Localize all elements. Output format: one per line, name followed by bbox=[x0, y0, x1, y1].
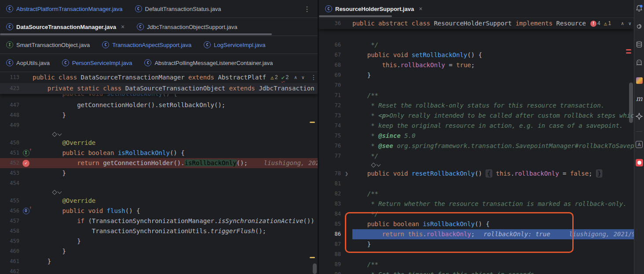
class-file-icon: C bbox=[135, 5, 142, 12]
gutter bbox=[341, 209, 352, 219]
code-line-457: 457 if (TransactionSynchronizationManage… bbox=[0, 216, 318, 226]
tab-row-3: ISmartTransactionObject.javaCTransaction… bbox=[0, 36, 318, 54]
line-number: 86 bbox=[319, 229, 341, 239]
class-file-icon: C bbox=[144, 59, 151, 66]
code-text: * <p>Only really intended to be called a… bbox=[352, 111, 634, 121]
close-tab-icon[interactable]: × bbox=[121, 23, 124, 30]
code-text: } bbox=[352, 70, 371, 80]
ghost-plugin-icon[interactable] bbox=[634, 58, 644, 66]
tab-aoputils-java[interactable]: CAopUtils.java bbox=[0, 54, 56, 72]
code-line-72: 72 * Reset the rollback-only status for … bbox=[319, 101, 634, 111]
gutter bbox=[19, 236, 33, 246]
class-file-icon: C bbox=[204, 41, 211, 48]
prev-occurrence-icon[interactable]: ∧ bbox=[294, 72, 297, 83]
maven-m-icon[interactable]: m bbox=[634, 94, 644, 102]
vertical-scrollbar[interactable] bbox=[629, 83, 633, 123]
code-line-455: 455 @Override bbox=[0, 196, 318, 206]
tab-row-2: CDataSourceTransactionManager.java×CJdbc… bbox=[0, 18, 318, 36]
code-line-423: 423 private static class DataSourceTrans… bbox=[0, 83, 318, 94]
code-line-456: 456O↑ public void flush() { bbox=[0, 206, 318, 216]
prev-occurrence-icon[interactable]: ∧ bbox=[621, 18, 624, 29]
gutter bbox=[341, 50, 352, 60]
code-text: * keep the original resource in action, … bbox=[352, 121, 623, 131]
code-line-85: 85 public boolean isRollbackOnly() { bbox=[319, 219, 634, 229]
code-line-448: 448 } bbox=[0, 110, 318, 120]
code-line-454: 454 bbox=[0, 178, 318, 188]
warning-badge[interactable]: ⚠2 bbox=[271, 72, 278, 83]
code-text: } bbox=[33, 256, 51, 267]
warning-badge[interactable]: ⚠1 bbox=[604, 18, 611, 29]
tab-datasourcetransactionmanager-java[interactable]: CDataSourceTransactionManager.java× bbox=[0, 18, 131, 36]
line-number: 72 bbox=[319, 101, 341, 111]
code-line-84: 84 */ bbox=[319, 209, 634, 219]
gutter bbox=[19, 83, 33, 94]
line-number: 453 bbox=[0, 168, 19, 178]
class-file-icon: C bbox=[6, 23, 13, 30]
gutter bbox=[341, 199, 352, 209]
line-number: 458 bbox=[0, 226, 19, 236]
error-badge[interactable]: !4 bbox=[590, 18, 600, 29]
implements-method-icon[interactable]: I bbox=[23, 150, 29, 156]
gutter bbox=[19, 168, 33, 178]
tab-overflow-menu-icon[interactable]: ⋮ bbox=[304, 5, 318, 13]
vertical-scrollbar[interactable] bbox=[313, 263, 317, 274]
code-text: getConnectionHolder().setRollbackOnly(); bbox=[33, 100, 225, 110]
line-number: 447 bbox=[0, 100, 19, 110]
notifications-bell-icon[interactable] bbox=[634, 4, 644, 12]
red-app-icon[interactable] bbox=[634, 159, 644, 166]
gutter: I↑ bbox=[19, 148, 33, 158]
line-number: 423 bbox=[0, 83, 19, 94]
code-line-461: 461 } bbox=[0, 256, 318, 267]
line-number: 454 bbox=[0, 178, 19, 188]
package-colored-icon[interactable] bbox=[634, 76, 644, 84]
tab-smarttransactionobject-java[interactable]: ISmartTransactionObject.java bbox=[0, 36, 96, 54]
verified-breakpoint-icon[interactable]: ✓ bbox=[22, 160, 29, 167]
tabs-hscrollbar[interactable] bbox=[0, 33, 272, 35]
line-number: 71 bbox=[319, 90, 341, 101]
code-text: } bbox=[33, 168, 66, 178]
next-occurrence-icon[interactable]: ∨ bbox=[301, 72, 304, 83]
gutter bbox=[341, 121, 352, 131]
tab-row-4: CAopUtils.javaCPersonServiceImpl.javaCAb… bbox=[0, 54, 318, 72]
tab-abstractplatformtransactionmanager-java[interactable]: CAbstractPlatformTransactionManager.java bbox=[0, 0, 129, 18]
fold-arrow-icon[interactable]: ❯ bbox=[345, 169, 348, 179]
widget-menu-icon[interactable]: ⋮ bbox=[311, 72, 318, 83]
tab-label: PersonServiceImpl.java bbox=[72, 60, 132, 66]
translate-a-icon[interactable]: A bbox=[634, 141, 644, 148]
database-icon[interactable] bbox=[634, 40, 644, 48]
close-tab-icon[interactable]: × bbox=[419, 5, 422, 12]
code-text: @Override bbox=[33, 196, 95, 206]
line-number: 459 bbox=[0, 236, 19, 246]
gutter bbox=[341, 249, 352, 260]
next-occurrence-icon[interactable]: ∨ bbox=[628, 18, 631, 29]
warning-icon: ⚠ bbox=[271, 72, 274, 83]
ai-inlay-hint[interactable] bbox=[0, 188, 318, 196]
gutter bbox=[341, 70, 352, 80]
tab-jdbctransactionobjectsupport-java[interactable]: CJdbcTransactionObjectSupport.java bbox=[131, 18, 243, 36]
tabs-hscrollbar[interactable] bbox=[319, 15, 392, 17]
line-number: 457 bbox=[0, 216, 19, 226]
inspections-ok-badge[interactable]: ✔2 bbox=[282, 72, 289, 83]
code-line-452: 452✓ return getConnectionHolder().isRoll… bbox=[0, 158, 318, 168]
gutter bbox=[19, 72, 33, 83]
tab-defaulttransactionstatus-java[interactable]: CDefaultTransactionStatus.java bbox=[129, 0, 227, 18]
tab-personserviceimpl-java[interactable]: CPersonServiceImpl.java bbox=[56, 54, 139, 72]
code-line-75: 75 * @since 5.0 bbox=[319, 131, 634, 141]
code-line-453: 453 } bbox=[0, 168, 318, 178]
ai-spiral-icon[interactable] bbox=[634, 22, 644, 30]
tab-resourceholdersupport-java[interactable]: CResourceHolderSupport.java× bbox=[319, 0, 428, 18]
code-text: public void flush() { bbox=[33, 206, 140, 216]
code-line-69: 69 } bbox=[319, 70, 634, 80]
line-number: 83 bbox=[319, 199, 341, 209]
tab-abstractpollingmessagelistenercontainer-java[interactable]: CAbstractPollingMessageListenerContainer… bbox=[138, 54, 279, 72]
line-number: 87 bbox=[319, 239, 341, 249]
ai-inlay-hint[interactable] bbox=[0, 130, 318, 138]
right-toolwindow-stripe: mA bbox=[634, 0, 644, 274]
tab-transactionaspectsupport-java[interactable]: CTransactionAspectSupport.java bbox=[96, 36, 198, 54]
tab-logserviceimpl-java[interactable]: CLogServiceImpl.java bbox=[198, 36, 271, 54]
ai-inlay-hint[interactable] bbox=[319, 161, 634, 169]
knot-star-icon[interactable] bbox=[634, 112, 644, 120]
chevron-down-icon bbox=[58, 189, 62, 194]
class-file-icon: C bbox=[325, 5, 332, 12]
overrides-method-icon[interactable]: O bbox=[23, 208, 29, 214]
